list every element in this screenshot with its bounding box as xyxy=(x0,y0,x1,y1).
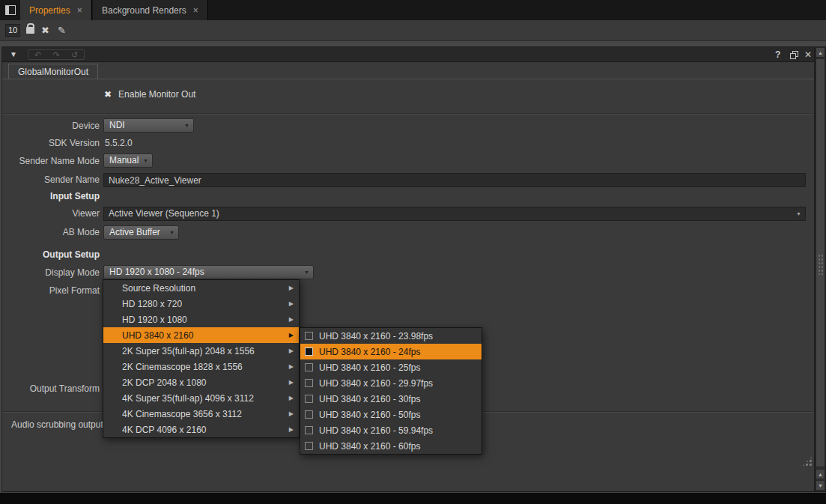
tab-close-icon[interactable]: × xyxy=(193,6,198,15)
tab-properties[interactable]: Properties × xyxy=(20,0,92,20)
display-mode-label: Display Mode xyxy=(2,265,100,280)
vertical-scrollbar[interactable]: ▲ ▲ ▼ xyxy=(815,46,826,492)
history-buttons: ↶ ↷ ↺ xyxy=(28,49,85,60)
pane-tab-bar: Properties × Background Renders × xyxy=(0,0,826,20)
ab-mode-value: Active Buffer xyxy=(109,227,160,237)
menu-item-uhd-3840x2160[interactable]: UHD 3840 x 2160 ▶ xyxy=(103,327,299,343)
submenu-item-25fps[interactable]: UHD 3840 x 2160 - 25fps xyxy=(300,359,482,375)
device-dropdown[interactable]: NDI ▼ xyxy=(103,118,194,133)
enable-monitor-out-label: Enable Monitor Out xyxy=(118,89,195,100)
application-window: Properties × Background Renders × 10 ✖ ✎… xyxy=(0,0,826,504)
sdk-version-value: 5.5.2.0 xyxy=(105,136,133,151)
submenu-arrow-icon: ▶ xyxy=(289,379,294,386)
submenu-item-50fps[interactable]: UHD 3840 x 2160 - 50fps xyxy=(300,407,482,422)
checkbox-icon xyxy=(305,442,313,450)
submenu-arrow-icon: ▶ xyxy=(289,332,294,338)
sdk-version-label: SDK Version xyxy=(2,136,100,151)
menu-item-2k-cinemascope[interactable]: 2K Cinemascope 1828 x 1556 ▶ xyxy=(103,359,299,374)
display-mode-menu: Source Resolution ▶ HD 1280 x 720 ▶ HD 1… xyxy=(103,279,300,438)
pencil-icon[interactable]: ✎ xyxy=(58,24,66,37)
submenu-arrow-icon: ▶ xyxy=(289,347,294,354)
output-setup-header: Output Setup xyxy=(2,247,100,262)
tab-baseline xyxy=(2,79,814,79)
uhd-framerate-submenu: UHD 3840 x 2160 - 23.98fps UHD 3840 x 21… xyxy=(300,327,482,455)
sender-name-input[interactable] xyxy=(103,173,806,187)
sender-name-mode-label: Sender Name Mode xyxy=(2,154,100,168)
disclosure-triangle-icon[interactable]: ▼ xyxy=(10,47,17,62)
menu-item-4k-super35[interactable]: 4K Super 35(full-ap) 4096 x 3112 ▶ xyxy=(103,390,299,406)
lock-icon[interactable] xyxy=(26,27,34,34)
enable-monitor-out-checkbox[interactable]: ✖ Enable Monitor Out xyxy=(104,87,195,102)
checkbox-icon xyxy=(305,395,313,403)
submenu-item-59-94fps[interactable]: UHD 3840 x 2160 - 59.94fps xyxy=(300,422,482,438)
menu-item-2k-super35[interactable]: 2K Super 35(full-ap) 2048 x 1556 ▶ xyxy=(103,343,299,359)
scroll-step-up-button[interactable]: ▲ xyxy=(816,469,825,479)
device-label: Device xyxy=(2,118,100,133)
scroll-up-button[interactable]: ▲ xyxy=(816,47,825,58)
tab-close-icon[interactable]: × xyxy=(77,6,82,15)
output-transform-label: Output Transform xyxy=(2,381,100,396)
history-icon[interactable]: ↺ xyxy=(71,50,78,59)
undo-icon[interactable]: ↶ xyxy=(34,50,41,59)
submenu-item-30fps[interactable]: UHD 3840 x 2160 - 30fps xyxy=(300,391,482,407)
panel-header: ▼ ↶ ↷ ↺ ? ✕ xyxy=(2,47,814,62)
bottom-bar xyxy=(0,493,826,504)
menu-item-source-resolution[interactable]: Source Resolution ▶ xyxy=(103,280,299,296)
chevron-down-icon: ▼ xyxy=(304,270,309,276)
submenu-arrow-icon: ▶ xyxy=(289,285,294,291)
submenu-arrow-icon: ▶ xyxy=(289,363,294,370)
max-panels-input[interactable]: 10 xyxy=(5,24,20,37)
ab-mode-label: AB Mode xyxy=(2,225,100,240)
submenu-arrow-icon: ▶ xyxy=(289,316,294,323)
menu-item-hd-1280x720[interactable]: HD 1280 x 720 ▶ xyxy=(103,296,299,312)
chevron-down-icon: ▼ xyxy=(184,123,189,129)
group-divider xyxy=(2,113,814,115)
node-tab-globalmonitorout[interactable]: GlobalMonitorOut xyxy=(8,64,98,79)
menu-item-4k-cinemascope[interactable]: 4K Cinemascope 3656 x 3112 ▶ xyxy=(103,406,299,422)
submenu-item-24fps[interactable]: UHD 3840 x 2160 - 24fps xyxy=(300,344,482,359)
chevron-down-icon: ▼ xyxy=(796,211,801,217)
checkbox-checked-icon xyxy=(305,347,313,356)
pane-layout-icon[interactable] xyxy=(5,5,16,15)
checkbox-icon xyxy=(305,410,313,419)
viewer-label: Viewer xyxy=(2,206,100,221)
redo-icon[interactable]: ↷ xyxy=(52,50,59,59)
close-all-panels-icon[interactable]: ✖ xyxy=(41,24,49,37)
display-mode-dropdown[interactable]: HD 1920 x 1080 - 24fps ▼ xyxy=(103,265,314,279)
submenu-arrow-icon: ▶ xyxy=(289,426,294,433)
checkbox-icon xyxy=(305,426,313,434)
close-panel-icon[interactable]: ✕ xyxy=(804,47,812,62)
menu-item-2k-dcp[interactable]: 2K DCP 2048 x 1080 ▶ xyxy=(103,374,299,390)
submenu-arrow-icon: ▶ xyxy=(289,395,294,401)
submenu-item-60fps[interactable]: UHD 3840 x 2160 - 60fps xyxy=(300,438,482,454)
checkbox-icon xyxy=(305,363,313,371)
submenu-item-29-97fps[interactable]: UHD 3840 x 2160 - 29.97fps xyxy=(300,375,482,391)
scrollbar-grip xyxy=(818,254,825,275)
display-mode-value: HD 1920 x 1080 - 24fps xyxy=(109,267,204,277)
tab-background-renders[interactable]: Background Renders × xyxy=(93,0,208,20)
viewer-value: Active Viewer (Sequence 1) xyxy=(109,208,219,219)
ab-mode-dropdown[interactable]: Active Buffer ▼ xyxy=(103,225,179,240)
scroll-step-down-button[interactable]: ▼ xyxy=(816,480,825,491)
submenu-arrow-icon: ▶ xyxy=(289,410,294,417)
tab-properties-label: Properties xyxy=(29,5,70,16)
device-value: NDI xyxy=(109,120,125,130)
sender-name-label: Sender Name xyxy=(2,172,100,187)
menu-item-hd-1920x1080[interactable]: HD 1920 x 1080 ▶ xyxy=(103,312,299,327)
viewer-dropdown[interactable]: Active Viewer (Sequence 1) ▼ xyxy=(103,207,806,221)
properties-toolbar: 10 ✖ ✎ xyxy=(0,20,826,41)
input-setup-header: Input Setup xyxy=(2,189,100,204)
submenu-arrow-icon: ▶ xyxy=(289,300,294,307)
submenu-item-23-98fps[interactable]: UHD 3840 x 2160 - 23.98fps xyxy=(300,328,482,344)
checkbox-checked-icon: ✖ xyxy=(104,89,112,100)
float-window-icon[interactable] xyxy=(790,51,798,59)
sender-name-mode-value: Manual xyxy=(109,155,139,166)
menu-item-4k-dcp[interactable]: 4K DCP 4096 x 2160 ▶ xyxy=(103,422,299,437)
sender-name-mode-dropdown[interactable]: Manual ▼ xyxy=(103,154,153,168)
chevron-down-icon: ▼ xyxy=(169,230,174,236)
checkbox-icon xyxy=(305,332,313,340)
help-icon[interactable]: ? xyxy=(775,47,780,62)
scrollbar-thumb[interactable] xyxy=(816,58,825,467)
pixel-format-label: Pixel Format xyxy=(2,283,100,298)
tab-background-renders-label: Background Renders xyxy=(102,5,186,16)
